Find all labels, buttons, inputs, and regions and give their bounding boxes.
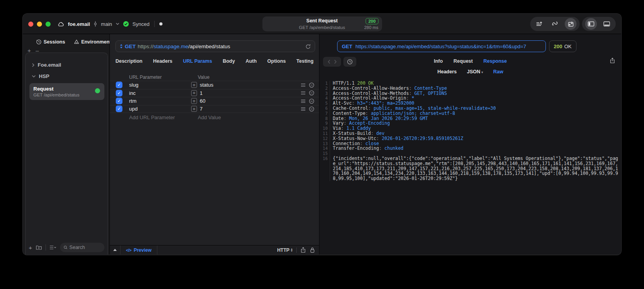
param-value-field[interactable]: 60 — [200, 98, 301, 104]
request-list-item-selected[interactable]: Request GET /api/embed/status — [29, 83, 104, 100]
param-options-button[interactable] — [301, 107, 306, 111]
request-url[interactable]: https://statuspage.me/api/embed/status — [138, 44, 303, 49]
column-header-url-parameter: URL Parameter — [129, 75, 198, 80]
response-tab-info[interactable]: Info — [434, 58, 443, 64]
protocol-selector[interactable]: HTTP ▴▾ — [277, 247, 292, 253]
param-value-field[interactable]: 1 — [200, 90, 301, 96]
response-tab-request[interactable]: Request — [453, 58, 473, 64]
param-checkbox[interactable]: ✓ — [116, 105, 122, 112]
request-status-dot — [95, 88, 100, 93]
import-export-button[interactable] — [565, 18, 576, 30]
titlebar-divider — [154, 21, 155, 27]
param-options-button[interactable] — [301, 99, 306, 103]
tab-sessions[interactable]: Sessions — [36, 39, 65, 45]
request-tab-auth[interactable]: Auth — [246, 58, 257, 64]
line-number: 7 — [319, 111, 330, 116]
param-options-button[interactable] — [301, 83, 306, 87]
line-number: 11 — [319, 131, 330, 136]
next-response-button[interactable] — [334, 60, 337, 64]
sort-requests-button[interactable] — [533, 18, 545, 30]
response-subtab-json[interactable]: JSON▾ — [467, 69, 483, 75]
response-tab-response[interactable]: Response — [483, 58, 507, 64]
param-name-field[interactable]: inc — [129, 90, 191, 96]
column-header-value: Value — [198, 75, 319, 80]
toolbar-group-tools — [530, 17, 580, 31]
branch-name[interactable]: main — [101, 21, 112, 27]
param-name-field[interactable]: upd — [129, 106, 191, 112]
branch-chevron-icon[interactable] — [116, 23, 119, 25]
response-line: 16{"incidents":null,"overall":{"code":"o… — [319, 156, 621, 181]
prev-response-button[interactable] — [328, 60, 330, 64]
toggle-sidebar-button[interactable] — [585, 18, 597, 30]
toolbar-group-layout — [582, 17, 616, 31]
remove-param-button[interactable] — [309, 98, 314, 104]
param-row: ✓rtm=60 — [110, 97, 319, 105]
param-name-field[interactable]: slug — [129, 82, 191, 88]
response-status-text: OK — [564, 44, 572, 49]
export-response-button[interactable] — [610, 58, 615, 64]
export-icon — [610, 58, 615, 64]
param-checkbox[interactable]: ✓ — [116, 82, 122, 88]
lock-button[interactable] — [310, 247, 315, 253]
add-url-parameter-placeholder[interactable]: Add URL Parameter — [129, 115, 198, 120]
param-checkbox[interactable]: ✓ — [116, 90, 122, 96]
param-checkbox[interactable]: ✓ — [116, 98, 122, 104]
sync-status[interactable]: Synced — [133, 21, 150, 27]
search-field[interactable] — [60, 243, 104, 252]
new-request-button[interactable]: + — [29, 244, 32, 251]
param-options-button[interactable] — [301, 91, 306, 95]
method-stepper-icon[interactable] — [120, 44, 123, 49]
tree-item-foe-email[interactable]: Foe.email — [29, 59, 105, 71]
request-method[interactable]: GET — [125, 44, 136, 49]
toggle-bottom-panel-button[interactable] — [601, 18, 613, 30]
request-url-bar[interactable]: GET https://statuspage.me/api/embed/stat… — [115, 40, 315, 52]
resend-request-button[interactable] — [305, 44, 311, 49]
sent-request-url-field[interactable]: GET https://statuspage.me/api/embed/stat… — [337, 40, 546, 52]
stepper-icon: ▴▾ — [291, 248, 292, 252]
param-name-field[interactable]: rtm — [129, 98, 191, 104]
request-tab-description[interactable]: Description — [115, 58, 142, 64]
zoom-window-button[interactable] — [46, 22, 51, 27]
environments-icon — [74, 39, 79, 45]
tree-item-hsp[interactable]: HSP — [29, 71, 105, 82]
request-tab-body[interactable]: Body — [223, 58, 235, 64]
minimize-window-button[interactable] — [37, 22, 42, 27]
line-number: 4 — [319, 96, 330, 101]
project-name[interactable]: foe.email — [68, 21, 90, 27]
code-segment: : — [379, 145, 385, 151]
list-options-button[interactable] — [49, 245, 57, 250]
param-value-field[interactable]: status — [200, 82, 301, 88]
folder-plus-icon — [36, 245, 42, 250]
sync-branches-button[interactable] — [549, 18, 561, 30]
request-tab-options[interactable]: Options — [267, 58, 286, 64]
line-number: 10 — [319, 126, 330, 131]
cloud-icon — [57, 21, 64, 27]
request-tab-headers[interactable]: Headers — [153, 58, 172, 64]
add-value-placeholder[interactable]: Add Value — [198, 115, 319, 120]
response-subtab-headers[interactable]: Headers — [437, 69, 456, 75]
tab-environments[interactable]: Environments — [74, 39, 114, 45]
line-number: 13 — [319, 141, 330, 146]
request-tab-testing[interactable]: Testing — [296, 58, 314, 64]
preview-button[interactable]: </> Preview — [120, 245, 157, 254]
share-icon — [301, 247, 306, 253]
remove-param-button[interactable] — [309, 82, 314, 88]
code-icon: </> — [126, 248, 131, 253]
tree-item-label: HSP — [39, 73, 49, 79]
search-input[interactable] — [69, 245, 101, 250]
collapse-panel-button[interactable] — [110, 245, 120, 254]
param-value-field[interactable]: 7 — [200, 106, 301, 112]
response-subtab-raw[interactable]: Raw — [493, 69, 504, 75]
remove-param-button[interactable] — [309, 106, 314, 112]
line-number: 3 — [319, 91, 330, 96]
param-row: ✓upd=7 — [110, 105, 319, 113]
request-tab-url-params[interactable]: URL Params — [183, 58, 212, 64]
remove-param-button[interactable] — [309, 90, 314, 96]
share-request-button[interactable] — [301, 247, 306, 253]
history-button[interactable] — [343, 57, 356, 67]
close-window-button[interactable] — [28, 22, 33, 27]
new-folder-button[interactable] — [36, 245, 42, 250]
sent-request-summary[interactable]: Sent Request GET /api/embed/status 200 2… — [262, 16, 382, 31]
refresh-icon — [305, 44, 311, 49]
json-dropdown-chevron-icon: ▾ — [482, 71, 483, 74]
